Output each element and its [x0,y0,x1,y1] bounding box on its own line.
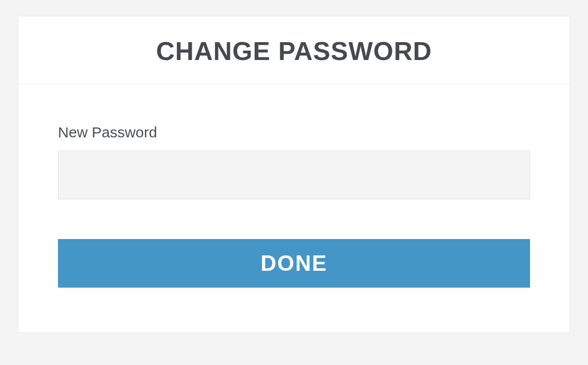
new-password-label: New Password [58,124,530,141]
done-button[interactable]: DONE [58,239,530,288]
change-password-card: CHANGE PASSWORD New Password DONE [18,16,570,333]
new-password-input[interactable] [58,151,530,199]
card-body: New Password DONE [18,84,570,332]
card-header: CHANGE PASSWORD [18,16,570,84]
page-title: CHANGE PASSWORD [28,36,560,66]
